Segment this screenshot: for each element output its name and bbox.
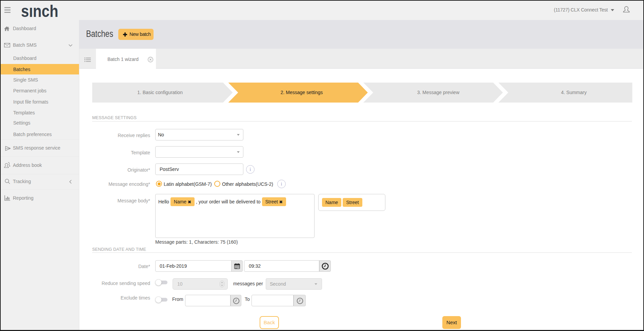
svg-text:sınch: sınch (21, 2, 58, 19)
